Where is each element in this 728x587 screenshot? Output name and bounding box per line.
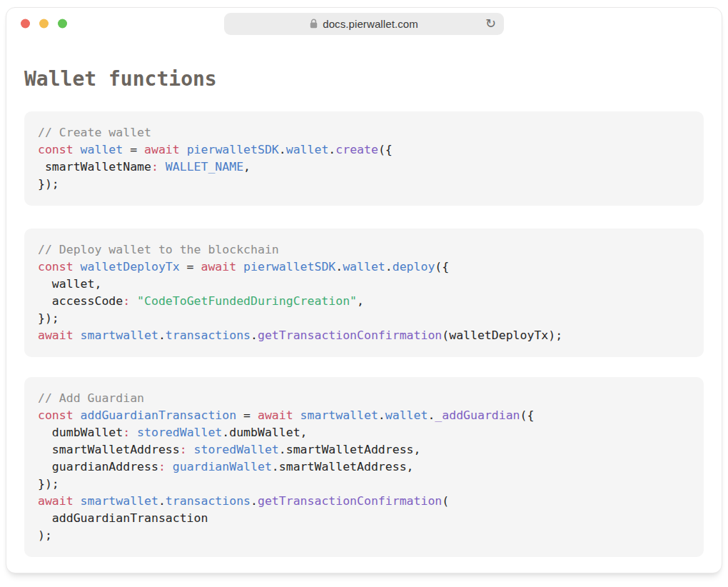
- code-line: });: [38, 310, 690, 327]
- code-line: });: [38, 176, 690, 193]
- address-bar[interactable]: docs.pierwallet.com ↻: [224, 13, 504, 35]
- page-title: Wallet functions: [24, 66, 704, 92]
- browser-window: docs.pierwallet.com ↻ Wallet functions /…: [6, 7, 722, 573]
- address-url: docs.pierwallet.com: [323, 18, 418, 30]
- code-block-add-guardian: // Add Guardianconst addGuardianTransact…: [24, 377, 704, 557]
- fullscreen-window-button[interactable]: [58, 19, 67, 29]
- code-line: const wallet = await pierwalletSDK.walle…: [38, 141, 690, 159]
- reload-button[interactable]: ↻: [485, 17, 496, 30]
- code-block-create-wallet: // Create walletconst wallet = await pie…: [24, 111, 704, 206]
- code-line: wallet,: [38, 276, 690, 293]
- code-line: const addGuardianTransaction = await sma…: [38, 407, 690, 424]
- browser-titlebar: docs.pierwallet.com ↻: [6, 8, 722, 39]
- code-line: smartWalletAddress: storedWallet.smartWa…: [38, 441, 690, 458]
- code-line: await smartwallet.transactions.getTransa…: [38, 493, 690, 510]
- code-line: // Deploy wallet to the blockchain: [38, 241, 690, 259]
- lock-icon: [310, 19, 318, 29]
- code-line: smartWalletName: WALLET_NAME,: [38, 159, 690, 176]
- code-line: );: [38, 527, 690, 544]
- close-window-button[interactable]: [21, 19, 30, 29]
- code-line: addGuardianTransaction: [38, 510, 690, 527]
- code-line: await smartwallet.transactions.getTransa…: [38, 327, 690, 344]
- code-line: });: [38, 476, 690, 493]
- code-line: // Create wallet: [38, 124, 690, 141]
- code-line: guardianAddress: guardianWallet.smartWal…: [38, 458, 690, 476]
- minimize-window-button[interactable]: [39, 19, 49, 29]
- code-line: accessCode: "CodeToGetFundedDuringCreati…: [38, 293, 690, 310]
- code-block-deploy-wallet: // Deploy wallet to the blockchainconst …: [24, 229, 704, 357]
- window-controls: [21, 19, 67, 29]
- code-line: // Add Guardian: [38, 390, 690, 407]
- page-content: Wallet functions // Create walletconst w…: [6, 66, 722, 557]
- code-line: dumbWallet: storedWallet.dumbWallet,: [38, 424, 690, 441]
- code-line: const walletDeployTx = await pierwalletS…: [38, 259, 690, 276]
